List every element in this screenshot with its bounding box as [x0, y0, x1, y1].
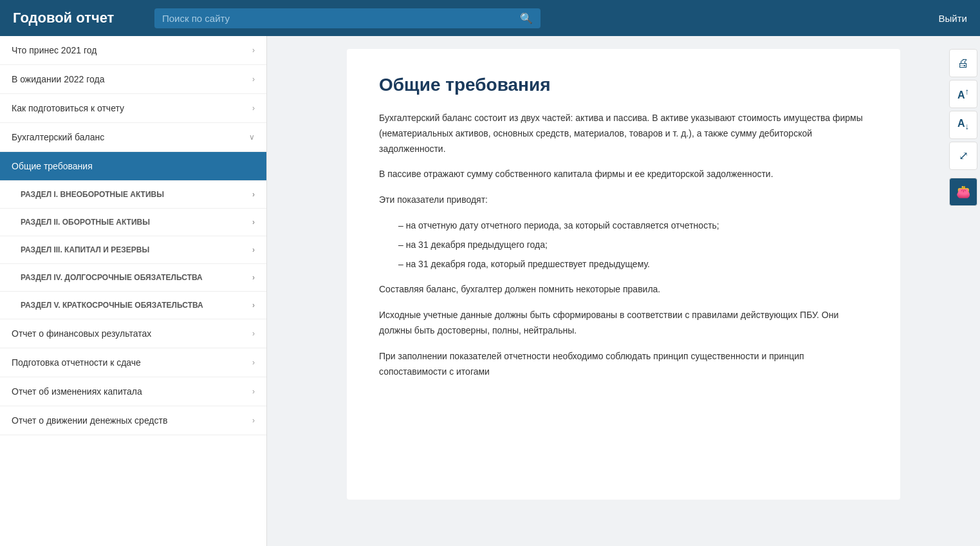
fullscreen-button[interactable]: ⤢ — [949, 142, 977, 170]
main-content: Общие требования Бухгалтерский баланс со… — [267, 36, 980, 546]
content-paragraph: Составляя баланс, бухгалтер должен помни… — [379, 282, 868, 297]
content-list: на отчетную дату отчетного периода, за к… — [392, 218, 868, 272]
print-icon: 🖨 — [957, 57, 969, 70]
content-paragraph: В пассиве отражают сумму собственного ка… — [379, 167, 868, 182]
cart-icon: 👛 — [956, 185, 970, 199]
chevron-icon: › — [252, 46, 255, 55]
sidebar-item-item-2021[interactable]: Что принес 2021 год› — [0, 36, 266, 65]
sidebar-item-item-2022[interactable]: В ожидании 2022 года› — [0, 65, 266, 94]
sidebar-item-item-section5[interactable]: РАЗДЕЛ V. КРАТКОСРОЧНЫЕ ОБЯЗАТЕЛЬСТВА› — [0, 292, 266, 319]
sidebar-item-item-section4[interactable]: РАЗДЕЛ IV. ДОЛГОСРОЧНЫЕ ОБЯЗАТЕЛЬСТВА› — [0, 264, 266, 292]
site-title: Годовой отчет — [13, 10, 142, 26]
sidebar-item-label: Что принес 2021 год — [12, 45, 97, 55]
sidebar-item-item-general[interactable]: Общие требования — [0, 152, 266, 181]
font-up-icon: A↑ — [957, 87, 969, 101]
sidebar-item-label: Отчет о финансовых результатах — [12, 328, 151, 339]
search-icon: 🔍 — [520, 12, 533, 24]
sidebar-item-label: В ожидании 2022 года — [12, 74, 105, 84]
sidebar-item-label: РАЗДЕЛ IV. ДОЛГОСРОЧНЫЕ ОБЯЗАТЕЛЬСТВА — [21, 273, 203, 282]
chevron-icon: › — [252, 387, 255, 396]
list-item: на 31 декабря года, который предшествует… — [392, 257, 868, 272]
sidebar-item-label: РАЗДЕЛ V. КРАТКОСРОЧНЫЕ ОБЯЗАТЕЛЬСТВА — [21, 301, 203, 310]
content-paragraph: Бухгалтерский баланс состоит из двух час… — [379, 111, 868, 156]
chevron-icon: › — [252, 301, 255, 310]
sidebar-item-item-section3[interactable]: РАЗДЕЛ III. КАПИТАЛ И РЕЗЕРВЫ› — [0, 236, 266, 264]
sidebar-item-label: Общие требования — [12, 161, 93, 171]
chevron-icon: › — [252, 245, 255, 254]
font-increase-button[interactable]: A↑ — [949, 80, 977, 108]
cart-button[interactable]: 👛 — [949, 178, 977, 206]
search-bar[interactable]: 🔍 — [154, 8, 541, 28]
chevron-icon: › — [252, 104, 255, 113]
chevron-icon: › — [252, 273, 255, 282]
right-toolbar: 🖨 A↑ A↓ ⤢ 👛 — [949, 49, 980, 206]
list-item: на 31 декабря предыдущего года; — [392, 238, 868, 253]
search-input[interactable] — [162, 13, 515, 24]
sidebar-item-label: РАЗДЕЛ III. КАПИТАЛ И РЕЗЕРВЫ — [21, 245, 149, 254]
fullscreen-icon: ⤢ — [959, 149, 968, 163]
content-paragraph: При заполнении показателей отчетности не… — [379, 349, 868, 380]
sidebar-item-label: Отчет о движении денежных средств — [12, 415, 167, 426]
page-title: Общие требования — [379, 75, 868, 95]
chevron-icon: › — [252, 329, 255, 338]
sidebar-item-item-capital[interactable]: Отчет об изменениях капитала› — [0, 377, 266, 406]
sidebar-item-label: Бухгалтерский баланс — [12, 132, 104, 142]
sidebar-item-item-submit[interactable]: Подготовка отчетности к сдаче› — [0, 348, 266, 377]
content-paragraph: Эти показатели приводят: — [379, 193, 868, 208]
sidebar-item-label: Подготовка отчетности к сдаче — [12, 357, 141, 368]
sidebar-item-label: Как подготовиться к отчету — [12, 103, 124, 113]
chevron-icon: ∨ — [249, 133, 255, 142]
sidebar-item-label: Отчет об изменениях капитала — [12, 386, 142, 397]
sidebar-item-item-cashflow[interactable]: Отчет о движении денежных средств› — [0, 406, 266, 435]
content-body: Бухгалтерский баланс состоит из двух час… — [379, 111, 868, 379]
sidebar-item-label: РАЗДЕЛ I. ВНЕОБОРОТНЫЕ АКТИВЫ — [21, 190, 164, 199]
sidebar-item-item-financial[interactable]: Отчет о финансовых результатах› — [0, 319, 266, 348]
print-button[interactable]: 🖨 — [949, 49, 977, 77]
font-decrease-button[interactable]: A↓ — [949, 111, 977, 139]
logout-button[interactable]: Выйти — [939, 13, 967, 24]
sidebar-item-item-prepare[interactable]: Как подготовиться к отчету› — [0, 94, 266, 123]
chevron-icon: › — [252, 416, 255, 425]
sidebar-item-item-section2[interactable]: РАЗДЕЛ II. ОБОРОТНЫЕ АКТИВЫ› — [0, 209, 266, 236]
sidebar: Что принес 2021 год›В ожидании 2022 года… — [0, 36, 267, 546]
main-layout: Что принес 2021 год›В ожидании 2022 года… — [0, 36, 980, 546]
chevron-icon: › — [252, 218, 255, 227]
chevron-icon: › — [252, 358, 255, 367]
sidebar-item-item-balance[interactable]: Бухгалтерский баланс∨ — [0, 123, 266, 152]
chevron-icon: › — [252, 190, 255, 199]
chevron-icon: › — [252, 75, 255, 84]
sidebar-item-label: РАЗДЕЛ II. ОБОРОТНЫЕ АКТИВЫ — [21, 218, 150, 227]
sidebar-item-item-section1[interactable]: РАЗДЕЛ I. ВНЕОБОРОТНЫЕ АКТИВЫ› — [0, 181, 266, 209]
font-down-icon: A↓ — [957, 118, 969, 131]
content-paragraph: Исходные учетные данные должны быть сфор… — [379, 308, 868, 339]
list-item: на отчетную дату отчетного периода, за к… — [392, 218, 868, 234]
header: Годовой отчет 🔍 Выйти — [0, 0, 980, 36]
content-card: Общие требования Бухгалтерский баланс со… — [347, 49, 900, 500]
